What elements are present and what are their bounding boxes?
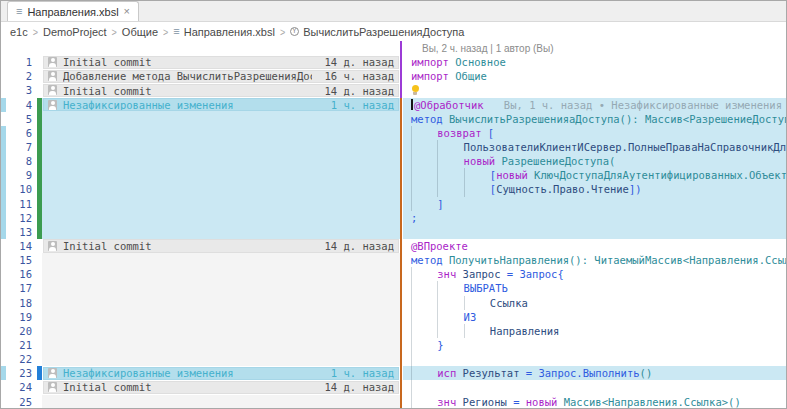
code-line[interactable]: Ссылка [403,296,786,310]
blame-annotation[interactable]: Незафиксированные изменения1 ч. назад [43,367,399,380]
commit-message: Initial commit [63,381,152,393]
code-token: ]) [629,183,642,195]
code-token: знч [437,268,456,280]
code-line[interactable]: знч Запрос = Запрос{ [403,267,786,281]
blame-column-cell [42,310,400,324]
commit-age: 14 д. назад [318,56,394,68]
line-number: 25 [6,395,37,408]
code-line[interactable]: возврат [ [403,126,786,140]
close-icon[interactable]: × [124,6,130,17]
code-line[interactable]: ВЫБРАТЬ [403,281,786,295]
file-icon: ≡ [16,6,22,17]
editor-row: 18Ссылка [1,296,786,310]
editor-row: 9[новый КлючДоступаДляАутентифицированны… [1,168,786,182]
breadcrumb-item-obshchie[interactable]: Общие [122,26,158,38]
code-line[interactable]: метод ПолучитьНаправления(): ЧитаемыйМас… [403,253,786,267]
codelens-cell[interactable]: Вы, 2 ч. назад | 1 автор (Вы) [403,41,786,55]
code-line[interactable]: [новый КлючДоступаДляАутентифицированных… [403,168,786,182]
blame-column-cell [42,281,400,295]
blame-annotation[interactable]: Добавление метода ВычислитьРазрешенияДос… [43,70,399,83]
avatar-icon [48,241,57,251]
editor-row: 22 [1,352,786,366]
breadcrumb-item-e1c[interactable]: e1c [10,26,28,38]
editor-row: 15метод ПолучитьНаправления(): ЧитаемыйМ… [1,253,786,267]
line-number: 7 [6,140,37,154]
editor-row: 8новый РазрешениеДоступа( [1,154,786,168]
code-line[interactable]: исп Результат = Запрос.Выполнить() [403,366,786,380]
method-icon [290,27,299,36]
avatar-icon [48,85,57,95]
code-token: ВычислитьРазрешенияаДоступа(): Массив<Ра… [443,113,786,125]
editor-row: 7ПользователиКлиентИСервер.ПолныеПраваНа… [1,140,786,154]
line-number: 14 [6,239,37,253]
code-line[interactable]: ИЗ [403,310,786,324]
code-token: исп [437,367,456,379]
commit-message: Добавление метода ВычислитьРазрешенияДос… [63,70,312,82]
blame-annotation[interactable]: Initial commit14 д. назад [43,56,399,69]
code-line[interactable]: ] [403,197,786,211]
code-line[interactable]: импорт Общие [403,69,786,83]
line-number: 19 [6,310,37,324]
chevron-right-icon: > [158,26,173,38]
code-line[interactable]: @ОбработчикВы, 1 ч. назад • Незафиксиров… [403,98,786,112]
line-number: 10 [6,182,37,196]
blame-column-cell [42,296,400,310]
editor-row: 23Незафиксированные изменения1 ч. назади… [1,366,786,380]
breadcrumb-item-demoproject[interactable]: DemoProject [43,26,107,38]
code-line[interactable]: знч Регионы = новый Массив<Направления.С… [403,395,786,408]
code-line[interactable]: ПользователиКлиентИСервер.ПолныеПраваНаС… [403,140,786,154]
indent-guide [464,168,490,182]
editor-row: 3Initial commit14 д. назад [1,83,786,97]
code-line[interactable]: новый РазрешениеДоступа( [403,154,786,168]
blame-annotation[interactable]: Initial commit14 д. назад [43,84,399,97]
code-line[interactable]: метод ВычислитьРазрешенияаДоступа(): Мас… [403,112,786,126]
code-line[interactable]: [Сущность.Право.Чтение]) [403,182,786,196]
line-number: 15 [6,253,37,267]
inline-blame-label: Вы, 1 ч. назад • Незафиксированные измен… [504,99,786,111]
blame-column-cell [42,211,400,225]
code-line[interactable]: импорт Основное [403,55,786,69]
code-line[interactable] [403,225,786,239]
code-token: } [437,339,443,351]
code-token: @Обработчик [414,99,484,111]
indent-guide [464,296,490,310]
blame-column-cell: Initial commit14 д. назад [42,83,400,97]
blame-column-cell [42,267,400,281]
code-token: знч [437,396,456,408]
code-line[interactable]: Направления [403,324,786,338]
code-line[interactable]: ; [403,211,786,225]
blame-column-cell [42,395,400,408]
blame-column-cell [42,197,400,211]
commit-age: 1 ч. назад [325,367,394,379]
code-line[interactable]: } [403,338,786,352]
tab-napravleniya-xbsl[interactable]: ≡ Направления.xbsl × [7,1,139,21]
editor-row: 1Initial commit14 д. назадимпорт Основно… [1,55,786,69]
indent-guide [411,395,437,408]
code-token: метод [411,254,443,266]
blame-column-cell [42,154,400,168]
indent-guide [437,154,463,168]
indent-guide [411,182,437,196]
breadcrumb-item-method[interactable]: ВычислитьРазрешенияДоступа [290,26,464,38]
blame-annotation[interactable]: Незафиксированные изменения1 ч. назад [43,98,399,111]
lightbulb-icon[interactable] [411,85,419,95]
line-number: 12 [6,211,37,225]
code-token: ВЫБРАТЬ [464,282,508,294]
editor-row: 20Направления [1,324,786,338]
breadcrumb-item-file[interactable]: ≡ Направления.xbsl [173,26,275,38]
editor-row: 5метод ВычислитьРазрешенияаДоступа(): Ма… [1,112,786,126]
codelens-label[interactable]: Вы, 2 ч. назад | 1 автор (Вы) [411,43,554,54]
code-line[interactable]: @ВПроекте [403,239,786,253]
blame-annotation[interactable]: Initial commit14 д. назад [43,239,399,252]
chevron-right-icon: > [107,26,122,38]
code-token: Регионы [456,396,507,408]
commit-age: 1 ч. назад [325,99,394,111]
commit-age: 14 д. назад [318,381,394,393]
code-line[interactable] [403,352,786,366]
code-line[interactable] [403,380,786,394]
blame-column-cell: Незафиксированные изменения1 ч. назад [42,98,400,112]
blame-column-cell [42,126,400,140]
blame-annotation[interactable]: Initial commit14 д. назад [43,381,399,394]
code-line[interactable] [403,83,786,97]
blame-column-cell [42,112,400,126]
